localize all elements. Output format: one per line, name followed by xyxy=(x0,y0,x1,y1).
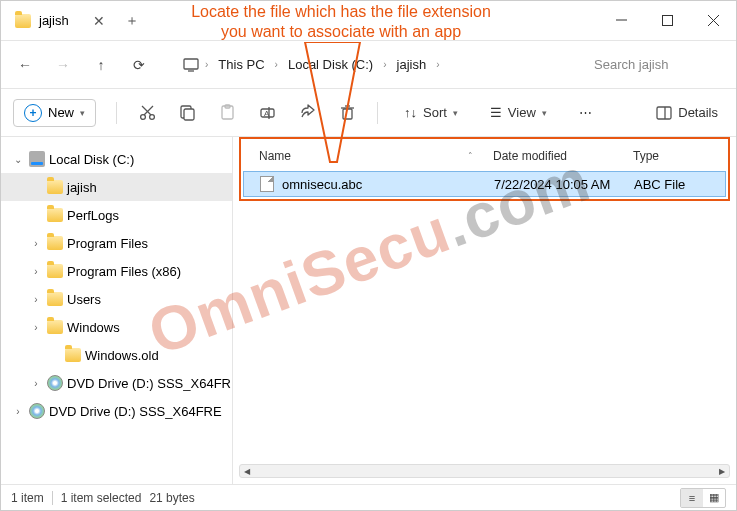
dvd-icon xyxy=(47,375,63,391)
folder-icon xyxy=(47,208,63,222)
folder-icon xyxy=(15,14,31,28)
more-button[interactable]: ⋯ xyxy=(573,101,598,124)
tree-windows[interactable]: › Windows xyxy=(1,313,232,341)
caret-right-icon[interactable]: › xyxy=(29,266,43,277)
crumb-this-pc[interactable]: This PC xyxy=(214,55,268,74)
caret-right-icon[interactable]: › xyxy=(29,322,43,333)
status-selected: 1 item selected xyxy=(61,491,142,505)
share-button[interactable] xyxy=(297,103,317,123)
explorer-window: jajish ✕ ＋ ← → ↑ ⟳ › This PC › Local Di xyxy=(0,0,737,511)
maximize-button[interactable] xyxy=(644,1,690,41)
new-label: New xyxy=(48,105,74,120)
sort-label: Sort xyxy=(423,105,447,120)
details-view-button[interactable]: ≡ xyxy=(681,489,703,507)
paste-button[interactable] xyxy=(217,103,237,123)
chevron-right-icon: › xyxy=(273,59,280,70)
rename-icon: A xyxy=(259,104,276,121)
drive-icon xyxy=(29,151,45,167)
column-name-label: Name xyxy=(259,149,291,163)
tree-users[interactable]: › Users xyxy=(1,285,232,313)
tab-add-button[interactable]: ＋ xyxy=(115,12,149,30)
sort-button[interactable]: ↑↓ Sort ▾ xyxy=(398,101,464,124)
column-type[interactable]: Type xyxy=(633,149,713,163)
folder-icon xyxy=(47,292,63,306)
tab-close-button[interactable]: ✕ xyxy=(83,13,115,29)
svg-rect-17 xyxy=(343,109,352,119)
copy-icon xyxy=(179,104,196,121)
cut-button[interactable] xyxy=(137,103,157,123)
chevron-right-icon: › xyxy=(203,59,210,70)
tree-jajish[interactable]: jajish xyxy=(1,173,232,201)
up-button[interactable]: ↑ xyxy=(85,49,117,81)
caret-right-icon[interactable]: › xyxy=(11,406,25,417)
svg-point-6 xyxy=(140,115,145,120)
chevron-down-icon: ▾ xyxy=(453,108,458,118)
column-name[interactable]: Name ˄ xyxy=(243,149,493,163)
column-date[interactable]: Date modified xyxy=(493,149,633,163)
forward-button[interactable]: → xyxy=(47,49,79,81)
minimize-icon xyxy=(616,15,627,26)
maximize-icon xyxy=(662,15,673,26)
file-icon xyxy=(260,176,274,192)
tab-jajish[interactable]: jajish xyxy=(1,1,83,40)
svg-rect-11 xyxy=(184,109,194,120)
titlebar: jajish ✕ ＋ xyxy=(1,1,736,41)
minimize-button[interactable] xyxy=(598,1,644,41)
tree-dvd1[interactable]: › DVD Drive (D:) SSS_X64FR xyxy=(1,369,232,397)
new-button[interactable]: + New ▾ xyxy=(13,99,96,127)
back-button[interactable]: ← xyxy=(9,49,41,81)
view-button[interactable]: ☰ View ▾ xyxy=(484,101,553,124)
status-size: 21 bytes xyxy=(149,491,194,505)
caret-right-icon[interactable]: › xyxy=(29,294,43,305)
folder-icon xyxy=(47,264,63,278)
list-icon: ☰ xyxy=(490,105,502,120)
search-input[interactable]: Search jajish xyxy=(588,50,728,80)
tree-program-files-x86[interactable]: › Program Files (x86) xyxy=(1,257,232,285)
tree-perflogs[interactable]: PerfLogs xyxy=(1,201,232,229)
column-header-row: Name ˄ Date modified Type xyxy=(243,141,726,171)
tree-label: PerfLogs xyxy=(67,208,119,223)
copy-button[interactable] xyxy=(177,103,197,123)
scissors-icon xyxy=(139,104,156,121)
toolbar: + New ▾ A ↑↓ Sort ▾ ☰ View xyxy=(1,89,736,137)
tree-label: Windows xyxy=(67,320,120,335)
crumb-folder[interactable]: jajish xyxy=(393,55,431,74)
refresh-button[interactable]: ⟳ xyxy=(123,49,155,81)
details-pane-icon xyxy=(656,105,672,121)
svg-rect-20 xyxy=(657,107,671,119)
tree-program-files[interactable]: › Program Files xyxy=(1,229,232,257)
navbar: ← → ↑ ⟳ › This PC › Local Disk (C:) › ja… xyxy=(1,41,736,89)
main-area: Name ˄ Date modified Type omn xyxy=(233,137,736,484)
details-label: Details xyxy=(678,105,718,120)
file-row[interactable]: omnisecu.abc 7/22/2024 10:05 AM ABC File xyxy=(243,171,726,197)
caret-right-icon[interactable]: › xyxy=(29,238,43,249)
breadcrumb[interactable]: › This PC › Local Disk (C:) › jajish › xyxy=(177,49,582,81)
tree-dvd2[interactable]: › DVD Drive (D:) SSS_X64FRE xyxy=(1,397,232,425)
tree-sidebar: ⌄ Local Disk (C:) jajish PerfLogs › Prog… xyxy=(1,137,233,484)
close-button[interactable] xyxy=(690,1,736,41)
column-type-label: Type xyxy=(633,149,659,163)
folder-icon xyxy=(47,180,63,194)
details-button[interactable]: Details xyxy=(650,101,724,125)
tree-label: DVD Drive (D:) SSS_X64FRE xyxy=(49,404,222,419)
rename-button[interactable]: A xyxy=(257,103,277,123)
tree-label: Program Files xyxy=(67,236,148,251)
crumb-drive[interactable]: Local Disk (C:) xyxy=(284,55,377,74)
delete-button[interactable] xyxy=(337,103,357,123)
caret-down-icon[interactable]: ⌄ xyxy=(11,154,25,165)
svg-rect-1 xyxy=(662,16,672,26)
file-list: Name ˄ Date modified Type omn xyxy=(233,137,736,454)
folder-icon xyxy=(47,320,63,334)
tree-label: Users xyxy=(67,292,101,307)
annotation-highlight: Name ˄ Date modified Type omn xyxy=(239,137,730,201)
icons-view-button[interactable]: ▦ xyxy=(703,489,725,507)
column-date-label: Date modified xyxy=(493,149,567,163)
clipboard-icon xyxy=(219,104,236,121)
tree-local-disk[interactable]: ⌄ Local Disk (C:) xyxy=(1,145,232,173)
horizontal-scrollbar[interactable] xyxy=(239,464,730,478)
status-item-count: 1 item xyxy=(11,491,44,505)
svg-rect-4 xyxy=(184,59,198,69)
tree-windows-old[interactable]: Windows.old xyxy=(1,341,232,369)
caret-right-icon[interactable]: › xyxy=(29,378,43,389)
view-toggle: ≡ ▦ xyxy=(680,488,726,508)
